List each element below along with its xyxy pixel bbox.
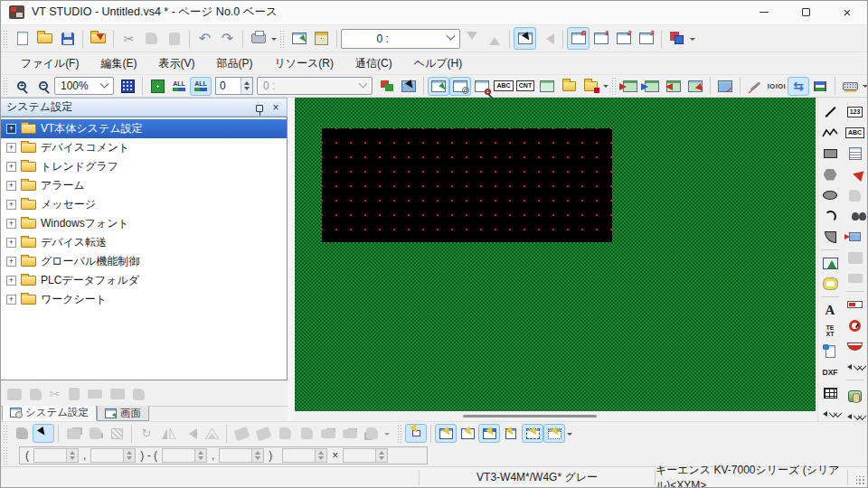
editor-canvas[interactable] — [295, 98, 816, 411]
page-select-combo[interactable]: 0 : — [341, 29, 460, 49]
order-back-button[interactable] — [252, 424, 274, 443]
transfer-to-vt-button[interactable] — [619, 77, 641, 96]
shrink-all-button[interactable]: ALL — [190, 77, 212, 96]
tree-item-worksheet[interactable]: + ワークシート — [1, 290, 287, 309]
rectangle-tool[interactable] — [819, 144, 841, 164]
parts-toolbar-overflow[interactable] — [844, 357, 866, 377]
tree-item-device-transfer[interactable]: + デバイス転送 — [1, 233, 287, 252]
toolbar-grip[interactable] — [3, 77, 7, 95]
zoom-out-button[interactable]: − — [33, 77, 54, 96]
toolbar-grip[interactable] — [3, 425, 7, 443]
edit-screen-button[interactable] — [288, 27, 310, 50]
folder-dropdown-arrow[interactable] — [603, 85, 609, 90]
toolbar-grip[interactable] — [397, 425, 401, 443]
simulator-dropdown-arrow[interactable] — [863, 85, 868, 90]
tree-item-global-function[interactable]: + グローバル機能制御 — [1, 252, 287, 271]
back-screen-button[interactable] — [536, 27, 559, 50]
tank-graph-tool[interactable] — [844, 336, 866, 356]
select-shapes-button[interactable] — [457, 424, 478, 443]
com-port-button[interactable]: IOIOI — [766, 77, 788, 96]
select-partial-button[interactable] — [500, 424, 522, 443]
shape-edit-button[interactable] — [11, 424, 33, 443]
print-button[interactable] — [247, 27, 269, 50]
flip-horizontal-button[interactable] — [157, 424, 179, 443]
text-display-tool[interactable]: ABC — [844, 123, 866, 143]
alarm-tool[interactable] — [844, 164, 866, 184]
toolbar-grip[interactable] — [611, 77, 616, 95]
import-button[interactable] — [87, 27, 109, 50]
expand-icon[interactable]: + — [6, 295, 16, 305]
select-enclosed-button[interactable] — [522, 424, 543, 443]
maximize-button[interactable] — [785, 0, 826, 25]
open-file-button[interactable] — [33, 27, 56, 50]
line-tool[interactable] — [819, 102, 841, 122]
align-pyramid-button[interactable] — [201, 424, 222, 443]
prev-page-button[interactable] — [483, 27, 505, 50]
scrollbar-thumb[interactable] — [463, 415, 597, 418]
tab-screen[interactable]: 画面 — [97, 406, 149, 421]
tool-button-disabled[interactable] — [88, 389, 102, 399]
grid-edit-button[interactable] — [310, 27, 333, 50]
expand-icon[interactable]: + — [6, 219, 16, 229]
next-page-button[interactable] — [460, 27, 483, 50]
box-button-disabled[interactable] — [133, 389, 145, 400]
disabled-part-tool[interactable] — [844, 185, 866, 205]
tree-item-message[interactable]: + メッセージ — [1, 195, 287, 214]
sector-tool[interactable] — [819, 227, 841, 247]
resize-grip-zone[interactable] — [848, 467, 868, 488]
tree-item-plc-data-folder[interactable]: + PLCデータフォルダ — [1, 271, 287, 290]
tree-item-vt-system[interactable]: + VT本体システム設定 — [1, 119, 287, 138]
align-top-button[interactable] — [339, 424, 361, 443]
hatch-button[interactable] — [106, 424, 127, 443]
counter-list-button[interactable]: CNT — [514, 77, 536, 96]
menu-file[interactable]: ファイル(F) — [11, 53, 89, 74]
tree-item-alarm[interactable]: + アラーム — [1, 176, 287, 195]
toolbar-grip[interactable] — [3, 446, 7, 465]
vt-monitor-button[interactable]: ✓ — [714, 77, 736, 96]
paste-button-disabled[interactable] — [69, 388, 80, 400]
select-mode-button[interactable] — [514, 27, 536, 50]
grid-size-spinner[interactable]: 0 — [215, 77, 253, 95]
select-cursor-button[interactable] — [33, 424, 54, 443]
device-transfer-tool[interactable] — [844, 227, 866, 247]
monitor-button-disabled[interactable] — [7, 389, 22, 400]
disabled-monitor-tool[interactable] — [844, 248, 866, 267]
preview-button[interactable] — [398, 77, 420, 96]
arc-tool[interactable] — [819, 206, 841, 226]
search-parts-tool[interactable] — [844, 206, 866, 226]
print-dropdown-arrow[interactable] — [271, 38, 277, 43]
select-dropdown-arrow[interactable] — [567, 433, 572, 438]
close-button[interactable]: × — [826, 0, 868, 25]
menu-help[interactable]: ヘルプ(H) — [404, 53, 473, 74]
cut-button-disabled[interactable]: ✂ — [50, 388, 61, 400]
paste-button[interactable] — [163, 27, 185, 50]
tab-system-settings[interactable]: システム設定 — [2, 406, 97, 421]
expand-all-button[interactable]: ALL — [168, 77, 190, 96]
tree-item-device-comment[interactable]: + デバイスコメント — [1, 138, 287, 157]
expand-icon[interactable]: + — [6, 143, 16, 153]
expand-icon[interactable]: + — [6, 257, 16, 267]
transfer-from-vt-button[interactable] — [663, 77, 684, 96]
menu-parts[interactable]: 部品(P) — [206, 53, 262, 74]
layer-1-button[interactable]: 1 — [590, 27, 612, 50]
tree-item-trend-graph[interactable]: + トレンドグラフ — [1, 157, 287, 176]
layer-3-button[interactable]: 3 — [635, 27, 657, 50]
expand-icon[interactable]: + — [6, 162, 16, 172]
switch-tool[interactable] — [844, 386, 866, 406]
system-folder-button[interactable] — [580, 77, 601, 96]
transfer-verify-button[interactable] — [641, 77, 663, 96]
overlap-button[interactable] — [665, 27, 688, 50]
folder-view-button[interactable] — [558, 77, 580, 96]
ungroup-button[interactable] — [84, 424, 106, 443]
bar-graph-tool[interactable] — [844, 295, 866, 314]
document-display-tool[interactable] — [819, 342, 841, 361]
flag-select-button[interactable] — [405, 424, 427, 443]
menu-resource[interactable]: リソース(R) — [264, 53, 344, 74]
rotate-button[interactable]: ↻ — [136, 424, 157, 443]
utility-button[interactable] — [744, 77, 766, 96]
panel-close-button[interactable]: × — [269, 101, 283, 114]
numeric-display-tool[interactable]: 123 — [844, 102, 866, 122]
overlap-dropdown-arrow[interactable] — [690, 38, 695, 43]
cut-button[interactable]: ✂ — [118, 27, 140, 50]
base-screen[interactable] — [322, 128, 612, 242]
